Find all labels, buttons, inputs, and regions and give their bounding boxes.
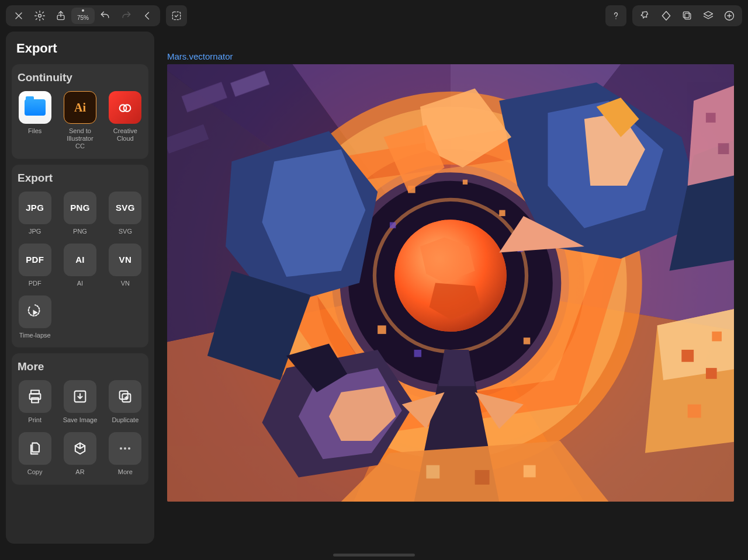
plus-circle-icon	[723, 10, 735, 22]
more-save-image[interactable]: Save Image	[63, 380, 97, 424]
section-more-title: More	[18, 360, 143, 373]
layers-icon	[702, 10, 714, 22]
layers-button[interactable]	[698, 5, 719, 26]
continuity-creative-cloud[interactable]: Creative Cloud	[108, 91, 143, 151]
continuity-files[interactable]: Files	[18, 91, 52, 151]
svg-rect-67	[706, 113, 716, 123]
export-grid: JPG JPG PNG PNG SVG SVG PDF PDF AI AI VN…	[18, 192, 143, 340]
print-icon	[27, 388, 43, 405]
more-more-label: More	[118, 468, 133, 476]
creative-cloud-icon	[109, 91, 141, 124]
section-export: Export JPG JPG PNG PNG SVG SVG PDF PDF A…	[12, 165, 148, 348]
svg-tile: SVG	[109, 192, 141, 224]
svg-rect-11	[32, 398, 39, 402]
svg-rect-4	[685, 13, 691, 19]
export-pdf-label: PDF	[29, 280, 41, 287]
continuity-cc-label: Creative Cloud	[108, 127, 143, 142]
jpg-tile: JPG	[19, 192, 51, 224]
more-copy[interactable]: Copy	[18, 432, 52, 476]
export-svg[interactable]: SVG SVG	[108, 192, 143, 235]
svg-marker-57	[438, 350, 475, 386]
stack-square-icon	[681, 10, 693, 22]
add-button[interactable]	[719, 5, 740, 26]
selection-mode-button[interactable]	[166, 5, 187, 26]
export-timelapse[interactable]: Time-lapse	[18, 295, 52, 339]
more-copy-label: Copy	[27, 468, 43, 476]
shape-tool-button[interactable]	[656, 5, 677, 26]
download-icon	[72, 388, 88, 405]
svg-rect-40	[390, 222, 396, 228]
vn-tile: VN	[109, 244, 141, 276]
more-tile	[109, 432, 141, 465]
toolbar-right-pill	[632, 5, 742, 26]
top-toolbar: 75%	[6, 5, 742, 27]
ar-icon	[72, 440, 88, 457]
svg-point-8	[124, 105, 131, 112]
duplicate-tile	[109, 380, 141, 413]
svg-rect-38	[524, 338, 530, 344]
more-ar[interactable]: AR	[63, 432, 97, 476]
section-continuity: Continuity Files Ai Send to Illustrator …	[12, 64, 148, 159]
select-check-icon	[171, 10, 182, 22]
svg-rect-72	[524, 465, 536, 478]
continuity-illustrator-label: Send to Illustrator CC	[63, 127, 97, 151]
chevron-left-icon	[141, 10, 153, 22]
export-pdf[interactable]: PDF PDF	[18, 244, 52, 287]
library-button[interactable]	[677, 5, 698, 26]
share-button[interactable]	[50, 5, 71, 26]
toolbar-left-pill: 75%	[6, 5, 160, 26]
redo-icon	[120, 10, 132, 22]
undo-button[interactable]	[95, 5, 116, 26]
undo-icon	[99, 10, 111, 22]
illustrator-icon: Ai	[64, 91, 96, 124]
save-image-tile	[64, 380, 96, 413]
pin-icon	[639, 10, 651, 22]
more-print[interactable]: Print	[18, 380, 52, 424]
more-dots-icon	[120, 447, 130, 450]
export-png[interactable]: PNG PNG	[63, 192, 97, 235]
toolbar-right	[605, 5, 742, 26]
more-duplicate[interactable]: Duplicate	[108, 380, 143, 424]
more-more[interactable]: More	[108, 432, 143, 476]
continuity-illustrator[interactable]: Ai Send to Illustrator CC	[63, 91, 97, 151]
more-save-image-label: Save Image	[63, 416, 98, 424]
continuity-grid: Files Ai Send to Illustrator CC Creative…	[18, 91, 143, 151]
export-ai[interactable]: AI AI	[63, 244, 97, 287]
ai-tile: AI	[64, 244, 96, 276]
ar-tile	[64, 432, 96, 465]
canvas-area: Mars.vectornator	[167, 64, 734, 502]
svg-rect-42	[414, 350, 421, 357]
settings-button[interactable]	[29, 5, 50, 26]
share-icon	[55, 10, 67, 22]
export-timelapse-label: Time-lapse	[19, 332, 51, 339]
more-print-label: Print	[28, 416, 41, 424]
svg-rect-68	[718, 143, 729, 154]
gear-icon	[34, 10, 46, 22]
pdf-tile: PDF	[19, 244, 51, 276]
close-button[interactable]	[8, 5, 29, 26]
svg-rect-65	[712, 332, 722, 342]
export-vn[interactable]: VN VN	[108, 244, 143, 287]
svg-rect-70	[426, 465, 439, 479]
svg-rect-5	[683, 12, 689, 18]
export-jpg[interactable]: JPG JPG	[18, 192, 52, 235]
artboard[interactable]	[167, 64, 734, 502]
collapse-panel-button[interactable]	[137, 5, 158, 26]
zoom-value: 75%	[77, 15, 89, 21]
zoom-chip[interactable]: 75%	[71, 8, 95, 24]
toolbar-left: 75%	[6, 5, 187, 26]
export-vn-label: VN	[121, 280, 130, 287]
png-tile: PNG	[64, 192, 96, 224]
artwork-illustration	[167, 64, 734, 502]
help-button[interactable]	[605, 5, 626, 26]
svg-rect-64	[688, 405, 701, 418]
section-more: More Print Save Image Duplicate	[12, 353, 148, 484]
redo-button[interactable]	[116, 5, 137, 26]
pin-button[interactable]	[635, 5, 656, 26]
svg-rect-37	[378, 325, 386, 334]
timelapse-icon	[27, 304, 43, 320]
export-png-label: PNG	[73, 228, 87, 235]
close-icon	[13, 10, 25, 22]
svg-rect-2	[172, 12, 180, 19]
timelapse-tile	[19, 295, 51, 328]
